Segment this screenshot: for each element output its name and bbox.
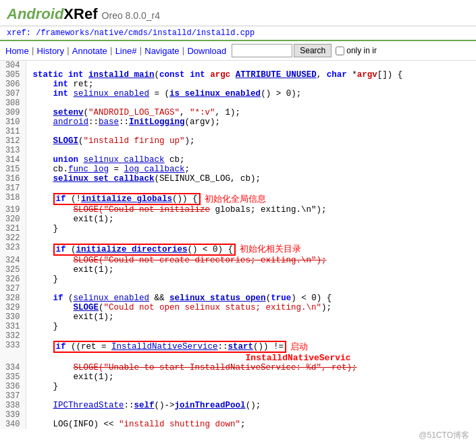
- fn-slogi[interactable]: SLOGI: [53, 136, 79, 146]
- table-row: 308: [0, 99, 476, 108]
- breadcrumb-text: xref: /frameworks/native/cmds/installd/i…: [7, 28, 255, 38]
- var-selinux-callback[interactable]: selinux_callback: [84, 155, 165, 165]
- line-content: }: [26, 224, 476, 233]
- line-content: LOG(INFO) << "installd shutting down";: [26, 420, 476, 429]
- annotation-label-start: 启动: [290, 341, 308, 353]
- line-number: 323: [0, 243, 26, 255]
- line-content: selinux_set_callback(SELINUX_CB_LOG, cb)…: [26, 174, 476, 184]
- fn-is-selinux-enabled[interactable]: is_selinux_enabled: [169, 89, 261, 99]
- str-open-selinux: "Could not open selinux status; exiting.…: [104, 303, 322, 312]
- line-number: 311: [0, 127, 26, 136]
- line-number: 336: [0, 382, 26, 391]
- code-area: 304 305 static int installd_main(const i…: [0, 61, 476, 429]
- kw-union: union: [53, 155, 79, 165]
- line-content: if (!initialize_globals()) {初始化全局信息: [26, 193, 476, 205]
- keyword-char: char: [327, 70, 347, 80]
- kw-if: if: [56, 194, 66, 204]
- search-button[interactable]: Search: [294, 44, 332, 57]
- line-number: 322: [0, 233, 26, 243]
- ns-base[interactable]: base: [99, 117, 119, 127]
- annotation-box-install-start: if ((ret = InstalldNativeService::start(…: [53, 341, 287, 353]
- annotation-label-init-dirs: 初始化相关目录: [240, 243, 301, 255]
- line-content: [26, 331, 476, 341]
- var-selinux-enabled[interactable]: selinux_enabled: [74, 89, 150, 99]
- line-number: 325: [0, 265, 26, 275]
- table-row: 311: [0, 127, 476, 136]
- var-selinux-enabled2[interactable]: selinux_enabled: [74, 293, 150, 303]
- table-row: 312 SLOGI("installd firing up");: [0, 136, 476, 146]
- table-row: 333 if ((ret = InstalldNativeService::st…: [0, 341, 476, 363]
- line-number: 338: [0, 401, 26, 410]
- line-number: 333: [0, 341, 26, 363]
- line-content: static int installd_main(const int argc …: [26, 70, 476, 80]
- fn-self[interactable]: self: [134, 401, 155, 410]
- fn-initialize-globals[interactable]: initialize_globals: [81, 194, 172, 204]
- line-number: 328: [0, 293, 26, 303]
- table-row: 331 }: [0, 322, 476, 331]
- fn-initialize-directories[interactable]: initialize_directories: [76, 245, 188, 254]
- line-content: SLOGE("Unable to start InstalldNativeSer…: [26, 363, 476, 372]
- attr-unused: ATTRIBUTE_UNUSED: [236, 70, 317, 80]
- kw-int2: int: [53, 89, 69, 99]
- logo-android: Android: [7, 5, 63, 22]
- var-func-log[interactable]: func_log: [68, 165, 109, 174]
- nav-home[interactable]: Home: [5, 46, 29, 56]
- search-input[interactable]: [232, 44, 292, 57]
- fn-selinux-status-open[interactable]: selinux_status_open: [169, 293, 266, 303]
- str-shutting-down: "installd shutting down": [119, 420, 240, 429]
- table-row: 321 }: [0, 224, 476, 233]
- line-number: 321: [0, 224, 26, 233]
- table-row: 304: [0, 61, 476, 70]
- param-argv: argv: [357, 70, 377, 80]
- var-ipc-thread[interactable]: IPCThreadState: [53, 401, 124, 410]
- nav-lineno[interactable]: Line#: [115, 46, 137, 56]
- annotation-box-init-globals: if (!initialize_globals()) {: [53, 193, 201, 205]
- nav-annotate[interactable]: Annotate: [72, 46, 107, 56]
- line-content: [26, 410, 476, 420]
- line-content: cb.func_log = log_callback;: [26, 165, 476, 174]
- ns-android[interactable]: android: [53, 117, 89, 127]
- fn-selinux-set-callback[interactable]: selinux_set_callback: [53, 174, 155, 184]
- code-table: 304 305 static int installd_main(const i…: [0, 61, 476, 429]
- var-log-callback[interactable]: log_callback: [124, 165, 185, 174]
- navbar: Home | History | Annotate | Line# | Navi…: [0, 41, 476, 61]
- fn-installd-main[interactable]: installd_main: [88, 70, 155, 80]
- fn-initlogging[interactable]: InitLogging: [129, 117, 185, 127]
- line-content: setenv("ANDROID_LOG_TAGS", "*:v", 1);: [26, 108, 476, 117]
- table-row: 329 SLOGE("Could not open selinux status…: [0, 303, 476, 312]
- keyword-static: static: [33, 70, 63, 80]
- line-content: if ((ret = InstalldNativeService::start(…: [26, 341, 476, 363]
- fn-start[interactable]: start: [228, 342, 254, 352]
- line-number: 318: [0, 193, 26, 205]
- line-content: [26, 99, 476, 108]
- line-content: android::base::InitLogging(argv);: [26, 117, 476, 127]
- line-number: 313: [0, 146, 26, 155]
- table-row: 327: [0, 284, 476, 293]
- line-content: }: [26, 275, 476, 284]
- line-content: SLOGE("Could not initialize globals; exi…: [26, 205, 476, 215]
- fn-sloge3[interactable]: SLOGE: [74, 303, 99, 312]
- only-in-checkbox[interactable]: [336, 47, 344, 55]
- line-number: 310: [0, 117, 26, 127]
- nav-history[interactable]: History: [37, 46, 64, 56]
- line-number: 327: [0, 284, 26, 293]
- line-number: 314: [0, 155, 26, 165]
- line-content: union selinux_callback cb;: [26, 155, 476, 165]
- line-number: 317: [0, 184, 26, 193]
- table-row: 305 static int installd_main(const int a…: [0, 70, 476, 80]
- line-content: }: [26, 322, 476, 331]
- breadcrumb: xref: /frameworks/native/cmds/installd/i…: [0, 26, 476, 41]
- line-number: 316: [0, 174, 26, 184]
- fn-setenv[interactable]: setenv: [53, 108, 84, 117]
- line-number: 304: [0, 61, 26, 70]
- nav-download[interactable]: Download: [187, 46, 226, 56]
- kw-true: true: [271, 293, 291, 303]
- line-content: IPCThreadState::self()->joinThreadPool()…: [26, 401, 476, 410]
- line-number: 319: [0, 205, 26, 215]
- fn-join-thread-pool[interactable]: joinThreadPool: [175, 401, 246, 410]
- var-install-service[interactable]: InstalldNativeService: [111, 342, 218, 352]
- table-row: 328 if (selinux_enabled && selinux_statu…: [0, 293, 476, 303]
- nav-navigate[interactable]: Navigate: [144, 46, 179, 56]
- line-content: exit(1);: [26, 265, 476, 275]
- line-number: 331: [0, 322, 26, 331]
